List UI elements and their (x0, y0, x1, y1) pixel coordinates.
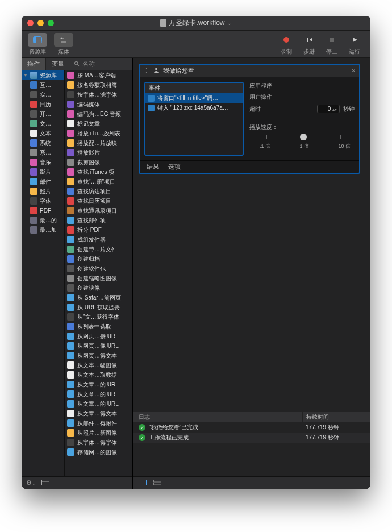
action-item[interactable]: 从列表中选取 (65, 322, 132, 331)
tab-actions[interactable]: 操作 (22, 58, 46, 70)
action-item[interactable]: 存储网…的图像 (65, 447, 132, 457)
action-item[interactable]: 查找邮件项 (65, 215, 132, 225)
action-item[interactable]: 创建带…片文件 (65, 244, 132, 254)
category-item[interactable]: ▼资源库 (22, 70, 64, 80)
action-item[interactable]: 从字体…得字体 (65, 438, 132, 447)
action-item[interactable]: 从"文…获得字体 (65, 312, 132, 322)
category-label: 最…加 (40, 226, 57, 234)
results-tab[interactable]: 结果 (147, 163, 159, 171)
action-list[interactable]: 按 MA…客户端按名称获取相簿按字体…滤字体编码媒体编码为…EG 音频标记文章播… (65, 70, 132, 476)
category-item[interactable]: 系… (22, 148, 64, 157)
action-item[interactable]: 编码为…EG 音频 (65, 109, 132, 119)
tab-variables[interactable]: 变量 (46, 58, 70, 70)
action-item[interactable]: 从文章…得文本 (65, 409, 132, 418)
grip-icon[interactable]: ⋮ (143, 67, 149, 74)
media-toggle[interactable] (54, 33, 73, 47)
category-item[interactable]: PDF (22, 206, 64, 215)
category-icon (30, 139, 37, 147)
action-item[interactable]: 播放配…片放映 (65, 138, 132, 148)
action-item[interactable]: 创建映像 (65, 283, 132, 293)
action-item[interactable]: 从邮件…得附件 (65, 418, 132, 428)
action-item[interactable]: 成组发件器 (65, 235, 132, 244)
action-icon (67, 371, 74, 379)
action-label: 从文本…取数据 (77, 371, 117, 379)
card-close-button[interactable]: ✕ (351, 68, 356, 74)
category-item[interactable]: 邮件 (22, 177, 64, 186)
action-item[interactable]: 查找访达项目 (65, 186, 132, 196)
action-item[interactable]: 从文本…取数据 (65, 370, 132, 380)
speed-mark-0: .1 倍 (260, 143, 270, 150)
category-item[interactable]: 日历 (22, 99, 64, 109)
view-single-icon[interactable] (139, 480, 147, 487)
action-item[interactable]: 查找 iTunes 项 (65, 167, 132, 177)
action-item[interactable]: 查找通讯录项目 (65, 206, 132, 215)
category-item[interactable]: 系统 (22, 138, 64, 148)
category-item[interactable]: 影片 (22, 167, 64, 177)
options-tab[interactable]: 选项 (168, 163, 181, 171)
action-item[interactable]: 按字体…滤字体 (65, 90, 132, 99)
view-list-icon[interactable] (153, 480, 161, 487)
action-item[interactable]: 从文章…的 URL (65, 389, 132, 399)
action-item[interactable]: 查找日历项目 (65, 196, 132, 206)
record-button[interactable] (277, 33, 296, 47)
action-item[interactable]: 从照片…新图像 (65, 428, 132, 438)
library-toggle[interactable] (28, 33, 47, 47)
disclosure-icon[interactable]: ▼ (23, 73, 28, 78)
action-item[interactable]: 从网页…接 URL (65, 331, 132, 341)
category-icon (30, 226, 37, 234)
action-item[interactable]: 查找"…册"项目 (65, 177, 132, 186)
log-col-duration[interactable]: 持续时间 (302, 412, 370, 422)
category-item[interactable]: 互… (22, 80, 64, 90)
action-item[interactable]: 创建软件包 (65, 264, 132, 273)
action-item[interactable]: 播放 iTu…放列表 (65, 128, 132, 138)
category-list[interactable]: ▼资源库互…实…日历开…文…文本系统系…音乐影片邮件照片字体PDF最…的最…加 (22, 70, 65, 476)
events-table[interactable]: 事件 将窗口"<fill in title>"调…键入 ' 123 zxc 14… (144, 82, 244, 156)
category-item[interactable]: 文… (22, 119, 64, 128)
action-item[interactable]: 从 URL 获取提要 (65, 302, 132, 312)
step-button[interactable] (299, 33, 319, 47)
action-item[interactable]: 播放影片 (65, 148, 132, 157)
event-row[interactable]: 键入 ' 123 zxc 14a5a6a7a… (145, 103, 243, 113)
log-row[interactable]: ✓工作流程已完成177.719 秒钟 (133, 433, 370, 443)
category-item[interactable]: 照片 (22, 186, 64, 196)
action-item[interactable]: 裁剪图像 (65, 157, 132, 167)
action-item[interactable]: 拆分 PDF (65, 225, 132, 235)
document-icon (160, 19, 166, 27)
log-row[interactable]: ✓"我做给您看"已完成177.719 秒钟 (133, 422, 370, 433)
action-item[interactable]: 从网页…得文本 (65, 351, 132, 360)
app-label: 应用程序 (249, 82, 355, 90)
action-item[interactable]: 从文章…的 URL (65, 380, 132, 389)
event-row[interactable]: 将窗口"<fill in title>"调… (145, 93, 243, 103)
action-item[interactable]: 创建缩略图图像 (65, 273, 132, 283)
expand-icon[interactable] (41, 480, 49, 487)
action-item[interactable]: 按名称获取相簿 (65, 80, 132, 90)
action-item[interactable]: 从网页…像 URL (65, 341, 132, 351)
category-item[interactable]: 最…的 (22, 215, 64, 225)
category-item[interactable]: 实… (22, 90, 64, 99)
category-item[interactable]: 最…加 (22, 225, 64, 235)
search-input[interactable]: 名称 (70, 58, 132, 70)
svg-point-3 (283, 37, 289, 43)
event-label: 键入 ' 123 zxc 14a5a6a7a… (157, 104, 228, 112)
action-item[interactable]: 从文章…的 URL (65, 399, 132, 409)
action-item[interactable]: 从 Safar…前网页 (65, 293, 132, 302)
run-button[interactable] (345, 33, 364, 47)
category-item[interactable]: 开… (22, 109, 64, 119)
action-item[interactable]: 标记文章 (65, 119, 132, 128)
action-item[interactable]: 创建归档 (65, 254, 132, 264)
workflow-canvas[interactable]: ⋮ 我做给您看 ✕ 事件 将窗口"<fill in title>"调…键入 ' … (133, 58, 370, 489)
title-chevron-icon[interactable]: ⌄ (227, 20, 232, 26)
action-item[interactable]: 编码媒体 (65, 99, 132, 109)
category-item[interactable]: 文本 (22, 128, 64, 138)
timeout-stepper[interactable]: 0 ▴▾ (317, 105, 340, 113)
stop-button[interactable] (322, 33, 341, 47)
speed-slider[interactable] (266, 137, 340, 140)
action-item[interactable]: 按 MA…客户端 (65, 70, 132, 80)
category-item[interactable]: 音乐 (22, 157, 64, 167)
action-item[interactable]: 从文本…幅图像 (65, 360, 132, 370)
log-col-message[interactable]: 日志 (133, 412, 302, 422)
gear-icon[interactable]: ⚙︎⌄ (26, 479, 36, 487)
action-watch-me-do[interactable]: ⋮ 我做给您看 ✕ 事件 将窗口"<fill in title>"调…键入 ' … (139, 64, 360, 174)
category-item[interactable]: 字体 (22, 196, 64, 206)
category-label: 字体 (40, 197, 51, 205)
